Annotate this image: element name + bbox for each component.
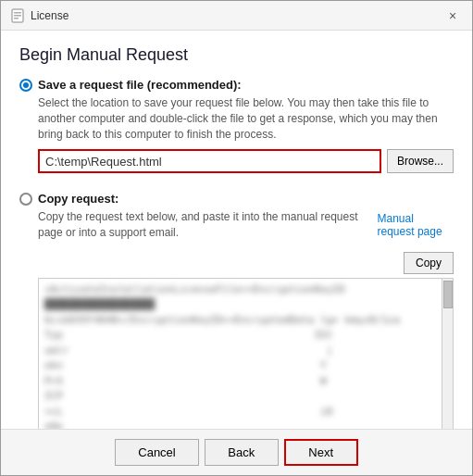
cancel-button[interactable]: Cancel — [115, 439, 198, 466]
request-text-container: <ActivateInstallationLicenseFile><Encryp… — [38, 278, 454, 429]
scrollbar-thumb — [443, 281, 453, 308]
save-section-label: Save a request file (recommended): — [38, 78, 242, 92]
close-button[interactable]: × — [442, 6, 463, 26]
svg-rect-2 — [14, 15, 21, 17]
window-title: License — [31, 9, 68, 22]
footer: Cancel Back Next — [1, 429, 472, 475]
copy-radio[interactable] — [19, 193, 32, 206]
copy-section-header: Copy request: — [19, 192, 454, 206]
blurred-text: <ActivateInstallationLicenseFile><Encryp… — [39, 279, 453, 429]
scrollbar[interactable] — [442, 279, 453, 429]
license-icon — [10, 8, 25, 23]
copy-button[interactable]: Copy — [404, 252, 454, 274]
svg-rect-1 — [14, 12, 21, 14]
svg-rect-3 — [14, 18, 19, 19]
copy-section-desc: Copy the request text below, and paste i… — [38, 209, 378, 241]
save-section: Save a request file (recommended): Selec… — [19, 78, 454, 182]
copy-section-right: Copy the request text below, and paste i… — [38, 209, 454, 241]
page-title: Begin Manual Request — [19, 45, 454, 65]
save-section-desc: Select the location to save your request… — [38, 95, 454, 142]
manual-request-link[interactable]: Manual request page — [378, 212, 454, 238]
save-section-header: Save a request file (recommended): — [19, 78, 454, 92]
title-bar: License × — [1, 1, 472, 31]
file-row: Browse... — [38, 149, 454, 173]
main-content: Begin Manual Request Save a request file… — [1, 31, 472, 429]
browse-button[interactable]: Browse... — [387, 149, 454, 173]
copy-section-label: Copy request: — [38, 192, 118, 206]
copy-section: Copy request: Copy the request text belo… — [19, 192, 454, 243]
save-radio[interactable] — [19, 79, 32, 92]
license-window: License × Begin Manual Request Save a re… — [0, 0, 473, 476]
next-button[interactable]: Next — [284, 439, 358, 466]
request-text-area: <ActivateInstallationLicenseFile><Encryp… — [38, 278, 454, 429]
file-path-input[interactable] — [38, 149, 381, 173]
back-button[interactable]: Back — [205, 439, 279, 466]
title-bar-left: License — [10, 8, 68, 23]
